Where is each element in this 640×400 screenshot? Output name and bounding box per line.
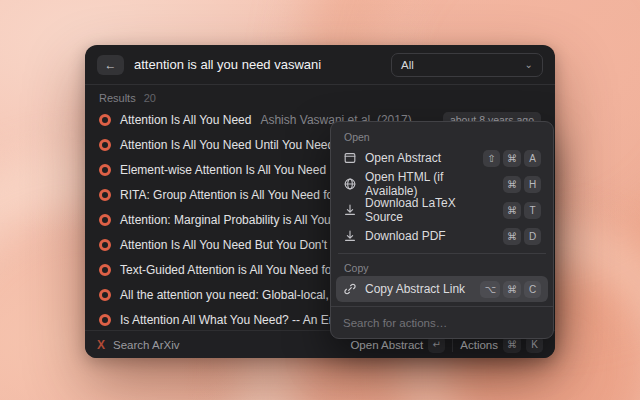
filter-dropdown[interactable]: All ⌄	[391, 53, 543, 77]
cmd-key-icon: ⌘	[503, 150, 521, 167]
result-ring-icon	[99, 239, 111, 251]
back-button[interactable]: ←	[97, 55, 124, 75]
menu-item-label: Open HTML (if Available)	[365, 170, 495, 198]
results-label: Results	[99, 92, 136, 104]
actions-search	[331, 306, 553, 338]
menu-item-label: Download LaTeX Source	[365, 196, 495, 224]
menu-item-label: Download PDF	[365, 229, 446, 243]
d-key-icon: D	[524, 228, 541, 245]
cmd-key-icon: ⌘	[503, 228, 521, 245]
document-icon	[343, 151, 357, 165]
actions-label: Actions	[460, 339, 498, 351]
result-ring-icon	[99, 139, 111, 151]
shortcut-keys: ⌘ D	[503, 228, 541, 245]
actions-search-input[interactable]	[343, 317, 541, 329]
a-key-icon: A	[524, 150, 541, 167]
divider	[452, 338, 453, 352]
results-count: 20	[144, 92, 156, 104]
desktop-background: { "header": { "back_label": "←", "search…	[0, 0, 640, 400]
t-key-icon: T	[524, 202, 541, 219]
menu-item-copy-abstract-link[interactable]: Copy Abstract Link ⌥ ⌘ C	[336, 276, 548, 302]
filter-value: All	[401, 59, 414, 71]
search-input[interactable]	[134, 57, 381, 72]
link-icon	[343, 282, 357, 296]
cmd-key-icon: ⌘	[503, 281, 521, 298]
menu-item-open-abstract[interactable]: Open Abstract ⇧ ⌘ A	[336, 145, 548, 171]
menu-item-open-html[interactable]: Open HTML (if Available) ⌘ H	[336, 171, 548, 197]
menu-section-title-copy: Copy	[336, 258, 548, 276]
download-icon	[343, 203, 357, 217]
extension-name: Search ArXiv	[113, 339, 179, 351]
h-key-icon: H	[524, 176, 541, 193]
actions-context-menu: Open Open Abstract ⇧ ⌘ A Open HTML (if A…	[330, 121, 554, 339]
option-key-icon: ⌥	[480, 281, 500, 298]
launcher-window: ← All ⌄ Results 20 Attention Is All You …	[85, 45, 555, 358]
c-key-icon: C	[524, 281, 541, 298]
result-title: Element-wise Attention Is All You Need	[120, 163, 326, 177]
result-title: Attention Is All You Need	[120, 113, 251, 127]
menu-item-download-latex[interactable]: Download LaTeX Source ⌘ T	[336, 197, 548, 223]
menu-section-title-open: Open	[336, 127, 548, 145]
menu-item-download-pdf[interactable]: Download PDF ⌘ D	[336, 223, 548, 249]
primary-action-label: Open Abstract	[350, 339, 423, 351]
search-header: ← All ⌄	[85, 45, 555, 85]
cmd-key-icon: ⌘	[503, 202, 521, 219]
result-ring-icon	[99, 289, 111, 301]
download-icon	[343, 229, 357, 243]
shift-key-icon: ⇧	[483, 150, 500, 167]
shortcut-keys: ⌘ H	[503, 176, 541, 193]
shortcut-keys: ⌘ T	[503, 202, 541, 219]
result-ring-icon	[99, 314, 111, 326]
arxiv-logo-icon: X	[97, 338, 105, 352]
result-ring-icon	[99, 189, 111, 201]
divider	[338, 253, 546, 254]
shortcut-keys: ⇧ ⌘ A	[483, 150, 541, 167]
result-ring-icon	[99, 164, 111, 176]
results-section-header: Results 20	[85, 85, 555, 107]
shortcut-keys: ⌥ ⌘ C	[480, 281, 541, 298]
cmd-key-icon: ⌘	[503, 176, 521, 193]
result-ring-icon	[99, 114, 111, 126]
menu-item-label: Copy Abstract Link	[365, 282, 465, 296]
menu-item-label: Open Abstract	[365, 151, 441, 165]
globe-icon	[343, 177, 357, 191]
result-ring-icon	[99, 264, 111, 276]
result-ring-icon	[99, 214, 111, 226]
chevron-down-icon: ⌄	[525, 59, 533, 70]
